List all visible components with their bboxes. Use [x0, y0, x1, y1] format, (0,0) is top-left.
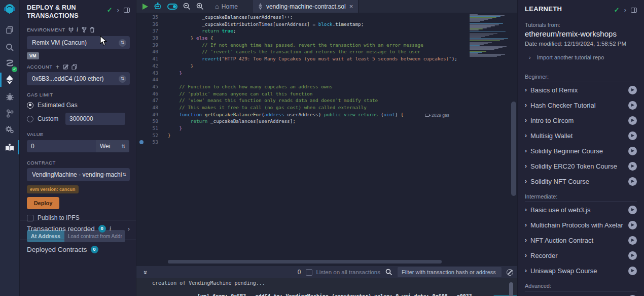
code-text[interactable]: return _cupcakeBalances[userAddress]; — [163, 118, 296, 125]
code-line[interactable]: 39 // If not enough time has passed, rev… — [136, 42, 517, 49]
code-area[interactable]: 35 _cupcakeBalances[userAddress]++;36 _c… — [136, 14, 517, 146]
zoom-in-icon[interactable] — [196, 3, 204, 10]
code-line[interactable]: 52} — [136, 132, 517, 139]
settings-icon[interactable] — [0, 122, 19, 137]
code-text[interactable]: return true; — [163, 27, 236, 35]
import-repo-row[interactable]: › Import another tutorial repo — [525, 54, 637, 60]
code-line[interactable]: 50 return _cupcakeBalances[userAddress]; — [136, 118, 517, 125]
expand-terminal-icon[interactable]: « — [141, 269, 149, 275]
code-line[interactable]: 44 — [136, 76, 517, 83]
line-number[interactable]: 45 — [136, 83, 163, 90]
deploy-button[interactable]: Deploy — [27, 197, 59, 209]
code-line[interactable]: 43 } — [136, 70, 517, 77]
code-text[interactable]: revert("HTTP 429: Too Many Cupcakes (you… — [163, 55, 457, 62]
line-number[interactable]: 48 — [136, 104, 163, 111]
estimated-gas-radio[interactable] — [27, 102, 33, 109]
zoom-out-icon[interactable] — [183, 3, 191, 10]
play-tutorial-button[interactable] — [628, 221, 637, 229]
play-tutorial-button[interactable] — [628, 251, 637, 260]
code-line[interactable]: 45 // Function to check how many cupcake… — [136, 83, 517, 90]
terminal-output[interactable]: creation of VendingMachine pending... [v… — [136, 278, 517, 296]
line-number[interactable]: 43 — [136, 70, 163, 77]
code-line[interactable]: 42 } — [136, 62, 517, 70]
sign-message-icon[interactable] — [63, 64, 68, 70]
line-number[interactable]: 37 — [136, 27, 163, 35]
copy-address-icon[interactable] — [71, 64, 77, 70]
play-tutorial-button[interactable] — [628, 267, 637, 275]
line-number[interactable]: 50 — [136, 118, 163, 125]
code-line[interactable]: 36 _cupcakeDistributionTimes[userAddress… — [136, 21, 517, 28]
code-line[interactable]: 46 // 'public' means anyone can call thi… — [136, 90, 517, 97]
code-text[interactable]: _cupcakeBalances[userAddress]++; — [163, 14, 293, 21]
run-script-icon[interactable] — [142, 4, 148, 10]
search-icon[interactable] — [0, 40, 19, 55]
line-number[interactable]: 49 — [136, 111, 163, 118]
code-text[interactable]: _cupcakeDistributionTimes[userAddress] =… — [163, 21, 364, 28]
horizontal-scrollbar[interactable] — [168, 260, 442, 264]
line-number[interactable]: 52 — [136, 132, 163, 139]
tutorial-item[interactable]: ›Solidity ERC20 Token Course — [525, 158, 637, 174]
tutorial-item[interactable]: ›Hash Checker Tutorial — [525, 97, 637, 113]
ai-assistant-robot-icon[interactable] — [154, 3, 162, 10]
code-line[interactable]: 53 — [136, 139, 517, 146]
tutorial-item[interactable]: ›Uniswap Swap Course — [525, 263, 637, 278]
code-text[interactable]: // If not enough time has passed, revert… — [163, 42, 423, 49]
code-text[interactable]: } — [163, 132, 171, 139]
tutorial-item[interactable]: ›Solidity Beginner Course — [525, 143, 637, 158]
line-number[interactable]: 38 — [136, 35, 163, 42]
trash-icon[interactable] — [90, 27, 95, 32]
line-number[interactable]: 40 — [136, 48, 163, 55]
tutorial-item[interactable]: ›All about Proxy Contracts — [525, 291, 637, 296]
debugger-icon[interactable] — [0, 89, 19, 105]
tutorial-item[interactable]: ›Multisig Wallet — [525, 128, 637, 143]
info-icon[interactable]: i — [77, 26, 79, 34]
code-line[interactable]: 47 // 'view' means this function only re… — [136, 97, 517, 104]
value-input[interactable] — [27, 140, 96, 152]
code-text[interactable]: // 'view' means this function only reads… — [163, 97, 378, 104]
learneth-icon[interactable] — [0, 140, 19, 155]
play-tutorial-button[interactable] — [628, 162, 637, 171]
tutorial-item[interactable]: ›Basics of Remix — [525, 82, 637, 97]
code-text[interactable]: } else { — [163, 35, 213, 42]
fork-icon[interactable] — [82, 27, 87, 32]
code-text[interactable]: // 'revert' cancels the transaction and … — [163, 48, 420, 55]
tutorial-item[interactable]: ›Basic use of web3.js — [525, 202, 637, 217]
code-line[interactable]: 40 // 'revert' cancels the transaction a… — [136, 48, 517, 55]
file-tab[interactable]: vending-machine-contract.sol × — [253, 0, 359, 13]
account-select[interactable]: 0x5B3...eddC4 (100 ether) ⇅ — [27, 72, 130, 85]
vertical-scrollbar[interactable] — [511, 102, 516, 196]
code-text[interactable] — [163, 139, 168, 146]
git-icon[interactable] — [0, 106, 19, 121]
code-line[interactable]: 49 function getCupcakeBalanceFor(address… — [136, 111, 517, 118]
chevron-right-icon[interactable]: › — [624, 6, 626, 14]
remix-logo[interactable] — [0, 2, 19, 17]
code-text[interactable]: // This makes it free to call (no gas co… — [163, 104, 367, 111]
custom-gas-input[interactable] — [65, 113, 125, 125]
code-text[interactable]: } — [163, 62, 193, 70]
minimap[interactable] — [468, 13, 514, 59]
code-text[interactable]: function getCupcakeBalanceFor(address us… — [163, 111, 404, 118]
pin-panel-icon[interactable] — [124, 8, 130, 13]
code-text[interactable] — [163, 76, 168, 83]
code-text[interactable]: // 'public' means anyone can call this f… — [163, 90, 312, 97]
play-tutorial-button[interactable] — [628, 236, 637, 245]
terminal-scrollbar[interactable] — [509, 282, 513, 296]
line-number[interactable]: 36 — [136, 21, 163, 28]
tutorial-item[interactable]: ›Intro to Circom — [525, 113, 637, 128]
line-number[interactable]: 47 — [136, 97, 163, 104]
line-number[interactable]: 39 — [136, 42, 163, 49]
tutorial-item[interactable]: ›NFT Auction Contract — [525, 233, 637, 248]
code-text[interactable]: } — [163, 125, 182, 132]
line-number[interactable]: 44 — [136, 76, 163, 83]
code-line[interactable]: 38 } else { — [136, 35, 517, 42]
close-tab-icon[interactable]: × — [349, 3, 353, 10]
play-tutorial-button[interactable] — [628, 101, 637, 110]
terminal-search-icon[interactable] — [385, 269, 392, 276]
contract-select[interactable]: VendingMachine - vending-machin ⇅ — [27, 168, 130, 181]
copilot-toggle[interactable] — [167, 4, 177, 10]
play-tutorial-button[interactable] — [628, 177, 637, 186]
custom-gas-radio[interactable] — [27, 116, 33, 122]
play-tutorial-button[interactable] — [628, 116, 637, 125]
line-number[interactable]: 41 — [136, 55, 163, 62]
deploy-run-icon[interactable] — [0, 72, 19, 87]
